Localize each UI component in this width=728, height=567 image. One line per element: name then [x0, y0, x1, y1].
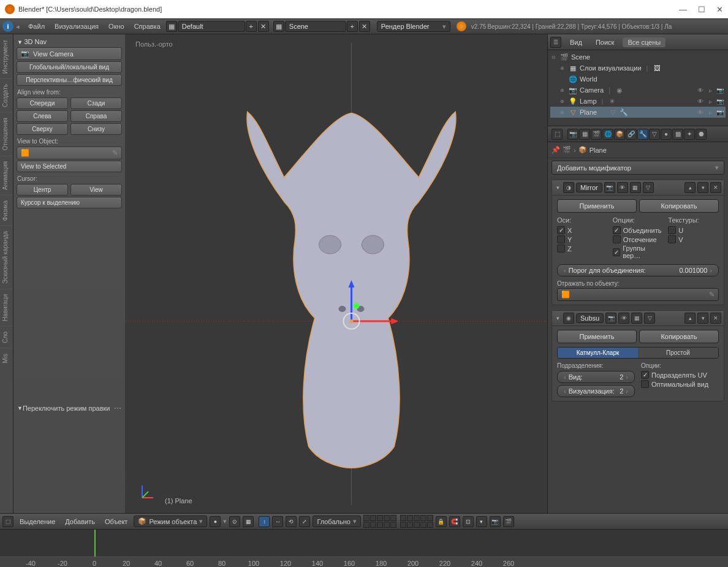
cursor-icon[interactable]: ▹	[706, 86, 715, 94]
shading-dropdown[interactable]: ●	[210, 516, 221, 527]
mod-up-button[interactable]: ▴	[684, 182, 696, 193]
ptab-material[interactable]: ●	[661, 129, 672, 140]
cursor-center-button[interactable]: Центр	[17, 184, 68, 196]
render-icon[interactable]: 📷	[716, 97, 724, 105]
scene-add-button[interactable]: +	[347, 21, 358, 32]
ptab-render[interactable]: 📷	[567, 129, 578, 140]
mod-down-button[interactable]: ▾	[697, 182, 708, 193]
tab-relations[interactable]: Отношения	[0, 112, 13, 156]
ptab-constraints[interactable]: 🔗	[626, 129, 637, 140]
cursor-to-selection-button[interactable]: Курсор к выделению	[17, 197, 122, 208]
view-right-button[interactable]: Справа	[70, 110, 122, 122]
tab-layers[interactable]: Сло	[0, 326, 13, 348]
layer-buttons[interactable]	[363, 515, 433, 528]
outliner-camera[interactable]: ⊕📷Camera |◉ 👁▹📷	[550, 85, 726, 96]
ptab-object[interactable]: 📦	[614, 129, 625, 140]
outliner-display-dropdown[interactable]: Все сцены	[623, 37, 665, 47]
mod-realtime-toggle[interactable]: 👁	[618, 313, 629, 324]
view-to-object-dropdown[interactable]: 🟧✎	[17, 147, 122, 159]
merge-checkbox[interactable]	[613, 226, 621, 234]
simple-option[interactable]: Простой	[638, 348, 718, 358]
snap-toggle[interactable]: 🧲	[449, 516, 460, 527]
timeline-area[interactable]	[0, 529, 728, 557]
outliner-scene[interactable]: ⊖🎬Scene	[550, 51, 726, 63]
tab-grease[interactable]: Эскизный карандa	[0, 226, 13, 289]
subdivide-uv-checkbox[interactable]	[641, 371, 649, 379]
view-bottom-button[interactable]: Снизу	[70, 123, 122, 135]
maximize-button[interactable]: ☐	[698, 5, 705, 14]
view-left-button[interactable]: Слева	[17, 110, 68, 122]
vgroups-checkbox[interactable]	[613, 248, 621, 256]
axis-y-checkbox[interactable]	[557, 235, 565, 243]
view-camera-button[interactable]: 📷View Camera	[17, 47, 122, 60]
eye-icon[interactable]: 👁	[696, 97, 705, 105]
render-engine-dropdown[interactable]: Рендер Blender▾	[377, 21, 450, 32]
mirror-v-checkbox[interactable]	[668, 235, 676, 243]
render-icon[interactable]: 📷	[716, 86, 724, 94]
mod-cage-toggle[interactable]: ▽	[643, 182, 654, 193]
ptab-modifiers[interactable]: 🔧	[637, 129, 648, 140]
menu-help[interactable]: Справка	[129, 23, 165, 30]
pivot-dropdown[interactable]: ⊙	[229, 516, 240, 527]
render-icon[interactable]: 📷	[716, 108, 724, 116]
ptab-scene[interactable]: 🎬	[591, 129, 602, 140]
collapse-button[interactable]: ▾	[555, 185, 561, 191]
menu-object[interactable]: Объект	[101, 518, 131, 525]
menu-window[interactable]: Окно	[104, 23, 129, 30]
lock-layers-toggle[interactable]: 🔒	[436, 516, 447, 527]
outliner-tree[interactable]: ⊖🎬Scene ⊕▦Слои визуализации |🖼 🌐World ⊕📷…	[548, 50, 728, 119]
operator-panel-header[interactable]: Переключить режим правки ⋯	[16, 401, 123, 415]
manipulator-toggle[interactable]: ↕	[259, 516, 270, 527]
cursor-icon[interactable]: ▹	[706, 97, 715, 105]
persp-ortho-button[interactable]: Перспективны…фический вид	[17, 74, 122, 86]
mode-dropdown[interactable]: 📦Режим объекта▾	[134, 516, 207, 527]
outliner-lamp[interactable]: ⊕💡Lamp |☀ 👁▹📷	[550, 96, 726, 107]
rotate-toggle[interactable]: ⟲	[286, 516, 297, 527]
scale-toggle[interactable]: ⤢	[299, 516, 310, 527]
axis-x-checkbox[interactable]	[557, 226, 565, 234]
tab-tools[interactable]: Инструмент	[0, 34, 13, 78]
cursor-view-button[interactable]: View	[70, 184, 122, 196]
layout-remove-button[interactable]: ✕	[258, 21, 269, 32]
view-front-button[interactable]: Спереди	[17, 97, 68, 109]
mod-delete-button[interactable]: ✕	[710, 182, 721, 193]
menu-select[interactable]: Выделение	[16, 518, 59, 525]
copy-button[interactable]: Копировать	[639, 199, 719, 213]
mod-cage-toggle[interactable]: ▽	[644, 313, 655, 324]
editor-type-icon[interactable]: ⬚	[2, 516, 13, 527]
screen-layout-dropdown[interactable]: Default	[178, 21, 245, 32]
mod-delete-button[interactable]: ✕	[710, 313, 721, 324]
collapse-button[interactable]: ▾	[555, 315, 561, 321]
subsurf-type-toggle[interactable]: Катмулл-Кларк Простой	[557, 347, 719, 359]
outliner-menu-search[interactable]: Поиск	[591, 37, 619, 47]
ptab-physics[interactable]: ⬣	[696, 129, 707, 140]
close-button[interactable]: ✕	[716, 5, 723, 14]
global-local-button[interactable]: Глобальный/локальный вид	[17, 61, 122, 73]
snap-target-dropdown[interactable]: ▾	[476, 516, 487, 527]
scene-browse-icon[interactable]: ▦	[273, 21, 284, 32]
minimize-button[interactable]: —	[679, 5, 687, 14]
clip-checkbox[interactable]	[613, 235, 621, 243]
apply-button[interactable]: Применить	[557, 199, 637, 213]
tab-misc[interactable]: Mis	[0, 348, 13, 368]
render-subdiv-field[interactable]: Визуализация:2	[557, 385, 635, 397]
mod-down-button[interactable]: ▾	[697, 313, 708, 324]
merge-limit-field[interactable]: Порог для объединения: 0.001000	[557, 264, 719, 276]
outliner-menu-view[interactable]: Вид	[565, 37, 587, 47]
menu-render[interactable]: Визуализация	[50, 23, 104, 30]
translate-toggle[interactable]: ↔	[272, 516, 283, 527]
mod-edit-toggle[interactable]: ▦	[630, 182, 641, 193]
nav-panel-header[interactable]: 3D Nav	[16, 37, 123, 47]
mod-up-button[interactable]: ▴	[684, 313, 696, 324]
modifier-name-input[interactable]: Subsu	[576, 313, 604, 323]
3d-viewport[interactable]: Польз.-орто (1)	[125, 34, 547, 513]
opengl-anim-button[interactable]: 🎬	[503, 516, 514, 527]
tab-physics[interactable]: Физика	[0, 195, 13, 226]
mod-edit-toggle[interactable]: ▦	[631, 313, 642, 324]
scene-remove-button[interactable]: ✕	[359, 21, 370, 32]
layout-add-button[interactable]: +	[246, 21, 257, 32]
optimal-checkbox[interactable]	[641, 380, 649, 388]
cursor-icon[interactable]: ▹	[706, 108, 715, 116]
mod-realtime-toggle[interactable]: 👁	[617, 182, 628, 193]
ptab-world[interactable]: 🌐	[602, 129, 613, 140]
